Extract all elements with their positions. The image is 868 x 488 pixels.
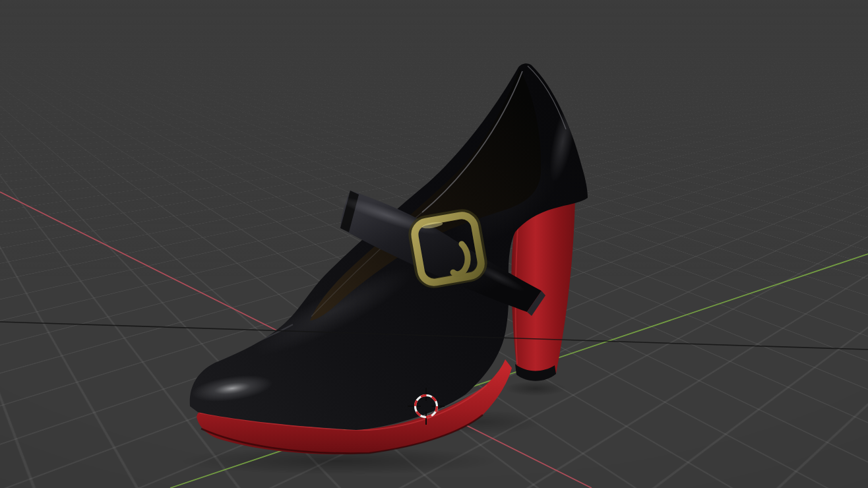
high-heel-shoe[interactable] bbox=[190, 63, 588, 454]
scene-layer bbox=[0, 0, 868, 488]
viewport-3d[interactable] bbox=[0, 0, 868, 488]
